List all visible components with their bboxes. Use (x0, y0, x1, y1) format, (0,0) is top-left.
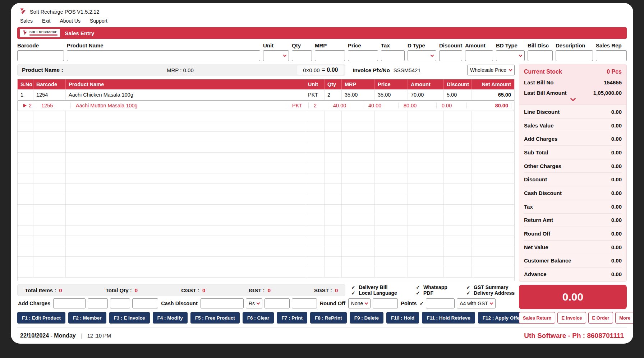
add-charge-input-2[interactable] (88, 298, 108, 308)
menu-item[interactable]: About Us (60, 18, 80, 24)
summary-row: Sub Total 0.00 (524, 146, 622, 159)
charges-extra-input[interactable] (292, 298, 317, 308)
action-button[interactable]: More (615, 312, 633, 324)
cash-discount-value-input[interactable] (264, 298, 290, 308)
check-icon: ✓ (351, 290, 355, 296)
function-button[interactable]: F7 : Print (277, 312, 307, 324)
sales-rep-input[interactable] (596, 50, 627, 61)
mrp-display: MRP : 0.00 (167, 67, 194, 73)
function-button[interactable]: F8 : RePrint (310, 312, 347, 324)
bill-disc-label: Bill Disc (528, 42, 553, 48)
menu-item[interactable]: Sales (20, 18, 33, 24)
menu-item[interactable]: Exit (42, 18, 50, 24)
totals-bar: Total Items : 0 Total Qty : 0 CGST : 0 (17, 284, 345, 296)
discount-label: Discount (439, 42, 462, 48)
bill-summary-panel: Current Stock 0 Pcs Last Bill No 154655 … (519, 64, 627, 282)
summary-row: Cash Discount 0.00 (524, 186, 622, 200)
check-icon: ✓ (416, 284, 420, 290)
add-charge-input-4[interactable] (132, 298, 158, 308)
col-qty: Qty (325, 79, 342, 89)
action-button[interactable]: E Invoice (557, 312, 586, 324)
action-button[interactable]: E Order (588, 312, 613, 324)
function-button[interactable]: F2 : Member (68, 312, 106, 324)
table-empty-row (18, 153, 514, 163)
summary-row: Round Off 0.00 (524, 227, 622, 241)
unit-select[interactable] (263, 50, 289, 61)
table-row[interactable]: 2 1255 Aachi Mutton Masala 100g PKT 2 40… (18, 100, 514, 111)
footer-brand: Uth Software - Ph : 8608701111 (524, 332, 624, 340)
round-off-input[interactable] (373, 298, 398, 308)
col-unit: Unit (305, 79, 325, 89)
check-icon: ✓ (351, 284, 355, 290)
chevron-down-icon (283, 53, 287, 57)
col-product-name: Product Name (66, 79, 305, 89)
add-charge-input-1[interactable] (53, 298, 86, 308)
table-row[interactable]: 1 1254 Aachi Chicken Masala 100g PKT 2 3… (18, 89, 514, 100)
description-input[interactable] (556, 50, 593, 61)
option-checkbox[interactable]: ✓ Local Language (351, 290, 397, 296)
summary-row: Line Discount 0.00 (524, 105, 622, 119)
summary-row: Discount 0.00 (524, 173, 622, 186)
option-checkbox[interactable]: ✓ GST Summary (466, 284, 515, 290)
add-charge-input-3[interactable] (110, 298, 130, 308)
chevron-down-icon (365, 301, 368, 304)
footer-date: 22/10/2024 - Monday (20, 333, 76, 339)
stock-panel: Current Stock 0 Pcs Last Bill No 154655 … (519, 64, 626, 104)
brand-logo-icon (22, 30, 28, 37)
tax-input[interactable] (381, 50, 405, 61)
discount-input[interactable] (439, 50, 462, 61)
cash-discount-input[interactable] (201, 298, 244, 308)
round-off-select[interactable]: None (348, 298, 371, 308)
function-button[interactable]: F10 : Hold (386, 312, 419, 324)
barcode-label: Barcode (17, 42, 64, 48)
action-button[interactable]: Sales Return (519, 312, 555, 324)
expand-chevron-icon[interactable] (524, 98, 622, 103)
total-item: SGST : 0 (314, 287, 338, 293)
unit-label: Unit (263, 42, 289, 48)
currency-select[interactable]: Rs (246, 298, 262, 308)
bill-disc-input[interactable] (528, 50, 553, 61)
points-check-icon[interactable]: ✓ (420, 301, 424, 306)
amount-input[interactable] (465, 50, 493, 61)
left-column: Product Name : MRP : 0.00 0×0.00 = 0.00 … (17, 64, 515, 324)
mrp-input[interactable] (315, 50, 345, 61)
qty-input[interactable] (292, 50, 312, 61)
points-label: Points (401, 301, 417, 306)
price-type-select[interactable]: Wholesale Price (467, 65, 515, 75)
menu-item[interactable]: Support (90, 18, 107, 24)
print-format-select[interactable]: A4 with GST (457, 298, 496, 308)
option-checkbox[interactable]: ✓ Delivery Bill (351, 284, 397, 290)
footer-separator: | (81, 333, 82, 339)
entry-row: Barcode Product Name Unit Qty MRP Price … (17, 42, 627, 61)
tax-label: Tax (381, 42, 405, 48)
mrp-label: MRP (315, 42, 345, 48)
col-sno: S.No (18, 79, 33, 89)
footer-time: 12 :10 PM (87, 333, 111, 339)
menubar: SalesExitAbout UsSupport (17, 17, 627, 25)
table-empty-row (18, 184, 514, 194)
option-checkbox[interactable]: ✓ Whatsapp (416, 284, 447, 290)
function-button[interactable]: F5 : Free Product (190, 312, 240, 324)
summary-row: Add Charges 0.00 (524, 132, 622, 146)
chevron-down-icon (431, 53, 434, 57)
product-name-input[interactable] (67, 50, 260, 61)
function-button[interactable]: F1 : Edit Product (17, 312, 65, 324)
bdtype-select[interactable] (496, 50, 525, 61)
function-button[interactable]: F4 : Modify (153, 312, 188, 324)
function-button[interactable]: F9 : Delete (350, 312, 383, 324)
summary-row: Tax 0.00 (524, 200, 622, 214)
option-checkbox[interactable]: ✓ PDF (416, 290, 447, 296)
table-empty-row (18, 246, 514, 257)
dtype-select[interactable] (408, 50, 436, 61)
price-input[interactable] (348, 50, 378, 61)
barcode-input[interactable] (17, 50, 64, 61)
points-input[interactable] (426, 298, 455, 308)
table-empty-row (18, 215, 514, 226)
last-bill-no-row: Last Bill No 154655 (524, 77, 622, 88)
function-button[interactable]: F3 : E Invoice (109, 312, 150, 324)
col-amount: Amount (408, 79, 444, 89)
option-checkbox[interactable]: ✓ Delivery Address (466, 290, 515, 296)
function-button[interactable]: F11 : Hold Retrieve (422, 312, 475, 324)
amount-label: Amount (465, 42, 493, 48)
function-button[interactable]: F6 : Clear (243, 312, 274, 324)
